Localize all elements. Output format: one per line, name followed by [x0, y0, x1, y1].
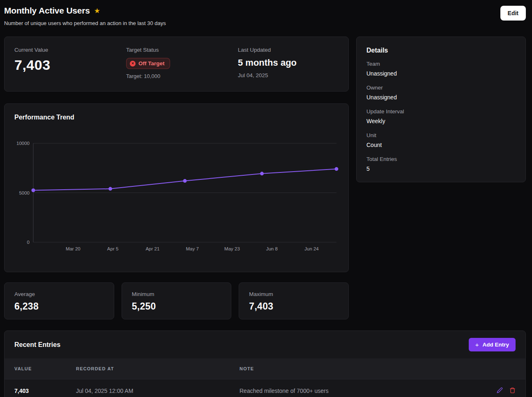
svg-text:Apr 21: Apr 21	[145, 246, 159, 251]
entry-actions	[479, 387, 516, 395]
badge-text: Off Target	[138, 60, 165, 67]
detail-field-unit: UnitCount	[366, 132, 516, 148]
off-target-badge: ✕ Off Target	[126, 58, 170, 69]
trash-icon	[509, 387, 516, 395]
target-value-text: Target: 10,000	[126, 73, 238, 79]
current-value-block: Current Value 7,403	[14, 47, 126, 81]
plus-icon: +	[475, 342, 479, 348]
last-updated-date: Jul 04, 2025	[238, 72, 339, 78]
svg-text:Mar 20: Mar 20	[66, 246, 81, 251]
entry-value: 7,403	[14, 388, 76, 394]
entry-note: Reached milestone of 7000+ users	[240, 388, 479, 394]
add-entry-button[interactable]: + Add Entry	[469, 338, 516, 351]
recent-entries-card: Recent Entries + Add Entry ValueRecorded…	[4, 330, 526, 397]
page-subtitle: Number of unique users who performed an …	[4, 20, 166, 26]
target-status-label: Target Status	[126, 47, 238, 53]
content-grid: Current Value 7,403 Target Status ✕ Off …	[4, 37, 526, 319]
svg-text:Apr 5: Apr 5	[107, 246, 119, 251]
last-updated-label: Last Updated	[238, 47, 339, 53]
x-circle-icon: ✕	[130, 61, 136, 67]
detail-value: 5	[366, 165, 516, 172]
stat-card-minimum: Minimum5,250	[122, 282, 232, 319]
edit-entry-button[interactable]	[497, 387, 503, 395]
edit-button[interactable]: Edit	[500, 6, 526, 21]
entries-table-header: ValueRecorded AtNote	[5, 358, 525, 379]
svg-text:10000: 10000	[16, 141, 30, 146]
stats-row: Average6,238Minimum5,250Maximum7,403	[4, 282, 349, 319]
stat-card-average: Average6,238	[4, 282, 114, 319]
last-updated-block: Last Updated 5 months ago Jul 04, 2025	[238, 47, 339, 81]
stat-card-maximum: Maximum7,403	[239, 282, 349, 319]
add-entry-label: Add Entry	[482, 342, 509, 348]
details-title: Details	[366, 47, 516, 54]
detail-field-team: TeamUnassigned	[366, 61, 516, 77]
detail-value: Weekly	[366, 118, 516, 124]
page-title: Monthly Active Users	[4, 6, 90, 16]
svg-text:5000: 5000	[19, 190, 30, 195]
summary-card: Current Value 7,403 Target Status ✕ Off …	[4, 37, 349, 92]
column-header-value: Value	[14, 358, 76, 379]
current-value: 7,403	[14, 57, 126, 73]
detail-label: Update Interval	[366, 108, 516, 115]
entries-title: Recent Entries	[14, 341, 60, 349]
detail-value: Unassigned	[366, 70, 516, 77]
metric-detail-page: Monthly Active Users ★ Number of unique …	[0, 0, 532, 397]
detail-field-owner: OwnerUnassigned	[366, 85, 516, 101]
target-status-block: Target Status ✕ Off Target Target: 10,00…	[126, 47, 238, 81]
performance-trend-card: Performance Trend 0500010000Mar 20Apr 5A…	[4, 103, 349, 272]
chart-title: Performance Trend	[14, 114, 339, 121]
svg-text:Jun 8: Jun 8	[266, 246, 278, 251]
detail-field-total-entries: Total Entries5	[366, 156, 516, 172]
last-updated-relative: 5 months ago	[238, 57, 339, 68]
detail-value: Count	[366, 142, 516, 148]
stat-value: 6,238	[14, 301, 104, 312]
details-card: Details TeamUnassignedOwnerUnassignedUpd…	[356, 37, 526, 182]
stat-label: Maximum	[249, 291, 339, 297]
svg-text:Jun 24: Jun 24	[304, 246, 319, 251]
detail-label: Total Entries	[366, 156, 516, 162]
entries-table: ValueRecorded AtNote 7,403Jul 04, 2025 1…	[5, 358, 525, 397]
main-column: Current Value 7,403 Target Status ✕ Off …	[4, 37, 349, 319]
svg-text:0: 0	[27, 240, 30, 245]
detail-value: Unassigned	[366, 94, 516, 101]
title-block: Monthly Active Users ★ Number of unique …	[4, 6, 166, 26]
column-header-recorded-at: Recorded At	[76, 358, 240, 379]
stat-label: Minimum	[132, 291, 221, 297]
details-fields: TeamUnassignedOwnerUnassignedUpdate Inte…	[366, 61, 516, 172]
svg-text:May 7: May 7	[186, 246, 198, 251]
svg-text:May 23: May 23	[224, 246, 240, 251]
star-icon[interactable]: ★	[94, 7, 100, 15]
stat-value: 7,403	[249, 301, 339, 312]
entry-recorded-at: Jul 04, 2025 12:00 AM	[76, 388, 240, 394]
delete-entry-button[interactable]	[509, 387, 516, 395]
entries-header: Recent Entries + Add Entry	[5, 331, 525, 358]
stat-value: 5,250	[132, 301, 221, 312]
detail-label: Owner	[366, 85, 516, 91]
column-header-actions	[479, 361, 516, 376]
current-value-label: Current Value	[14, 47, 126, 53]
detail-label: Team	[366, 61, 516, 67]
entry-row: 7,403Jul 04, 2025 12:00 AMReached milest…	[5, 379, 525, 397]
detail-label: Unit	[366, 132, 516, 138]
detail-field-update-interval: Update IntervalWeekly	[366, 108, 516, 124]
entries-table-body: 7,403Jul 04, 2025 12:00 AMReached milest…	[5, 379, 525, 397]
performance-trend-chart: 0500010000Mar 20Apr 5Apr 21May 7May 23Ju…	[14, 126, 339, 257]
pencil-icon	[497, 387, 503, 395]
page-header: Monthly Active Users ★ Number of unique …	[4, 6, 526, 26]
column-header-note: Note	[240, 358, 479, 379]
stat-label: Average	[14, 291, 104, 297]
